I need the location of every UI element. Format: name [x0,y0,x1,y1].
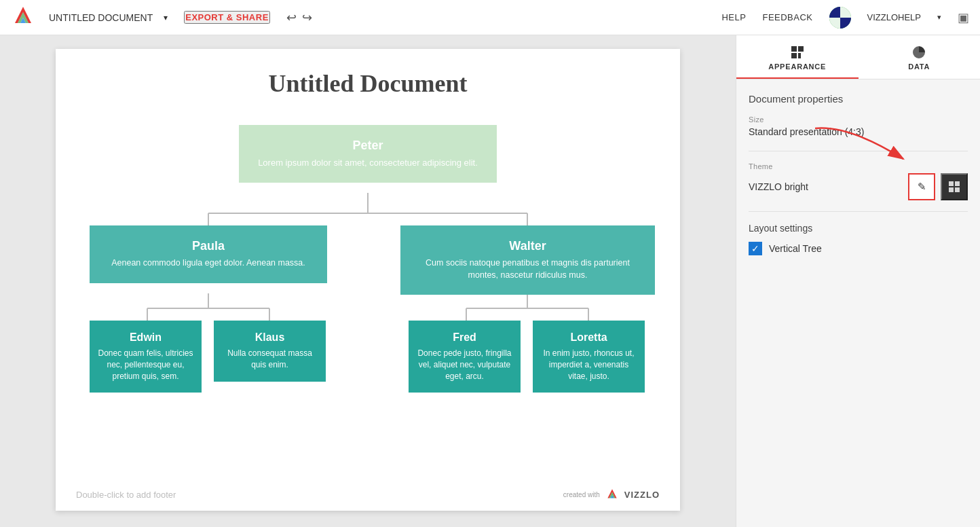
loretta-name: Loretta [541,331,637,344]
svg-rect-20 [791,53,797,58]
loretta-text: In enim justo, rhoncus ut, imperdiet a, … [541,348,637,382]
panel-content: Document properties Size Standard presen… [736,79,980,527]
slide-footer: Double-click to add footer created with … [56,488,680,501]
size-value: Standard presentation (4:3) [749,126,968,137]
main-area: Untitled Document [0,35,980,527]
appearance-tab-icon [790,45,805,60]
node-peter[interactable]: Peter Lorem ipsum dolor sit amet, consec… [239,125,497,183]
feedback-link[interactable]: FEEDBACK [762,12,812,22]
svg-rect-23 [955,181,960,186]
slide-title[interactable]: Untitled Document [83,69,653,98]
peter-name: Peter [250,139,486,153]
walter-text: Cum sociis natoque penatibus et magnis d… [411,257,644,281]
walter-name: Walter [411,239,644,253]
vizzlo-brand-label: VIZZLO [624,490,660,500]
vizzlo-logo-icon [604,488,620,501]
node-klaus[interactable]: Klaus Nulla consequat massa quis enim. [214,321,326,382]
user-name-label[interactable]: VIZZLOHELP [867,12,921,22]
node-paula[interactable]: Paula Aenean commodo ligula eget dolor. … [90,225,327,283]
node-walter[interactable]: Walter Cum sociis natoque penatibus et m… [400,225,655,295]
peter-text: Lorem ipsum dolor sit amet, consectetuer… [250,157,486,169]
theme-value: VIZZLO bright [749,181,808,192]
tab-data[interactable]: DATA [859,35,981,79]
user-avatar[interactable] [829,7,851,29]
edwin-name: Edwin [98,331,193,344]
theme-row: VIZZLO bright ✎ [749,173,968,200]
theme-buttons: ✎ [908,173,968,200]
created-with-label: created with [563,491,600,498]
layout-settings-title: Layout settings [749,223,968,234]
vizzlo-watermark: created with VIZZLO [563,488,660,501]
klaus-text: Nulla consequat massa quis enim. [222,348,318,371]
doc-properties-title: Document properties [749,93,968,105]
node-fred[interactable]: Fred Donec pede justo, fringilla vel, al… [409,321,521,393]
size-label: Size [749,115,968,124]
theme-section: Theme VIZZLO bright ✎ [749,162,968,200]
edit-icon: ✎ [918,181,926,193]
undo-button[interactable]: ↩ [286,10,297,25]
svg-rect-25 [955,187,960,192]
user-menu-caret[interactable]: ▾ [937,13,941,22]
node-edwin[interactable]: Edwin Donec quam felis, ultricies nec, p… [90,321,202,393]
slide[interactable]: Untitled Document [56,49,680,511]
canvas-area[interactable]: Untitled Document [0,35,736,527]
document-title[interactable]: UNTITLED DOCUMENT [49,12,153,23]
footer-hint[interactable]: Double-click to add footer [76,490,176,500]
edwin-text: Donec quam felis, ultricies nec, pellent… [98,348,193,382]
fred-name: Fred [417,331,512,344]
svg-rect-19 [798,46,804,52]
top-navigation: UNTITLED DOCUMENT ▾ EXPORT & SHARE ↩ ↪ H… [0,0,980,35]
svg-rect-18 [791,46,797,52]
document-title-caret[interactable]: ▾ [164,13,168,22]
undo-redo-group: ↩ ↪ [286,10,312,25]
tab-appearance-label: APPEARANCE [768,62,826,71]
node-loretta[interactable]: Loretta In enim justo, rhoncus ut, imper… [533,321,645,393]
layout-settings-section: Layout settings ✓ Vertical Tree [749,223,968,255]
vertical-tree-checkbox[interactable]: ✓ [749,242,762,255]
app-logo[interactable] [11,4,35,31]
divider-2 [749,211,968,212]
size-row: Size Standard presentation (4:3) [749,115,968,137]
export-share-button[interactable]: EXPORT & SHARE [184,11,270,24]
svg-rect-21 [798,53,801,58]
checkbox-check-icon: ✓ [751,243,759,254]
panel-tabs: APPEARANCE DATA [736,35,980,79]
divider-1 [749,151,968,151]
nav-right: HELP FEEDBACK VIZZLOHELP ▾ ▣ [721,7,969,29]
tab-appearance[interactable]: APPEARANCE [736,35,859,79]
help-link[interactable]: HELP [721,12,746,22]
svg-rect-22 [949,181,954,186]
data-tab-icon [911,45,926,60]
klaus-name: Klaus [222,331,318,344]
theme-edit-button[interactable]: ✎ [908,173,935,200]
vertical-tree-checkbox-row[interactable]: ✓ Vertical Tree [749,242,968,255]
theme-dark-icon [947,180,961,194]
theme-dark-button[interactable] [941,173,968,200]
theme-label: Theme [749,162,968,170]
paula-name: Paula [100,239,316,253]
right-panel: APPEARANCE DATA Document properties Size… [736,35,980,527]
paula-text: Aenean commodo ligula eget dolor. Aenean… [100,257,316,270]
window-icon[interactable]: ▣ [958,10,969,25]
redo-button[interactable]: ↪ [302,10,312,25]
tab-data-label: DATA [908,62,930,71]
doc-properties-section: Document properties Size Standard presen… [749,93,968,137]
fred-text: Donec pede justo, fringilla vel, aliquet… [417,348,512,382]
svg-rect-24 [949,187,954,192]
vertical-tree-label: Vertical Tree [769,243,822,254]
